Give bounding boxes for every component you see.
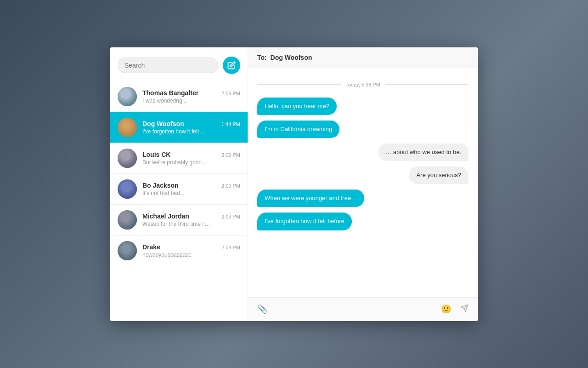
search-input[interactable] xyxy=(124,62,211,69)
bubble-4: Are you serious? xyxy=(409,167,469,184)
chat-messages: Today, 5:38 PM Hello, can you hear me? I… xyxy=(248,68,478,297)
contact-preview: It's not that bad... xyxy=(142,190,240,196)
contact-name: Bo Jackson xyxy=(142,182,179,189)
chat-header-prefix: To: xyxy=(257,54,267,61)
contact-name-row: Louis CK 2:09 PM xyxy=(142,151,240,158)
message-row-2: I'm in California dreaming xyxy=(257,121,469,138)
message-row-1: Hello, can you hear me? xyxy=(257,98,469,115)
emoji-icon: 🙂 xyxy=(441,305,451,314)
contact-name-row: Dog Woofson 1:44 PM xyxy=(142,120,240,127)
contact-name-row: Drake 2:09 PM xyxy=(142,243,240,251)
contact-item-louis-ck[interactable]: Louis CK 2:09 PM But we're probably gonn… xyxy=(110,143,248,174)
contact-item-thomas-bangalter[interactable]: Thomas Bangalter 2:09 PM I was wondering… xyxy=(110,81,248,112)
chat-input-area: 📎 🙂 xyxy=(248,297,478,321)
date-divider: Today, 5:38 PM xyxy=(257,82,469,87)
sidebar-header xyxy=(110,47,248,81)
chat-header: To: Dog Woofson xyxy=(248,47,478,68)
search-box xyxy=(118,58,218,73)
contact-preview: Wasup for the third time li… xyxy=(142,221,240,227)
avatar-bo-jackson xyxy=(118,179,137,199)
contact-name: Dog Woofson xyxy=(142,120,184,127)
bubble-1: Hello, can you hear me? xyxy=(257,98,337,115)
compose-icon xyxy=(227,61,236,69)
contact-item-michael-jordan[interactable]: Michael Jordan 2:09 PM Wasup for the thi… xyxy=(110,205,248,236)
contact-info-dog-woofson: Dog Woofson 1:44 PM I've forgotten how i… xyxy=(142,120,240,135)
contact-time: 2:09 PM xyxy=(221,183,240,189)
avatar-dog-woofson xyxy=(118,118,137,137)
message-row-5: When we were younger and free… xyxy=(257,190,469,207)
contact-name-row: Michael Jordan 2:09 PM xyxy=(142,213,240,220)
contact-name: Louis CK xyxy=(142,151,170,158)
contact-time: 2:09 PM xyxy=(221,214,240,219)
contact-item-drake[interactable]: Drake 2:09 PM howdoyoudoaspace xyxy=(110,236,248,266)
bubble-3: … about who we used to be. xyxy=(378,144,469,161)
message-row-6: I've forgotten how it felt before xyxy=(257,213,469,230)
bubble-5: When we were younger and free… xyxy=(257,190,364,207)
contact-name-row: Thomas Bangalter 2:09 PM xyxy=(142,89,240,97)
date-label: Today, 5:38 PM xyxy=(345,82,380,87)
contact-item-dog-woofson[interactable]: Dog Woofson 1:44 PM I've forgotten how i… xyxy=(110,112,248,143)
contact-info-bo-jackson: Bo Jackson 2:09 PM It's not that bad... xyxy=(142,182,240,196)
message-input[interactable] xyxy=(275,306,434,313)
bubble-2: I'm in California dreaming xyxy=(257,121,339,138)
contact-time: 2:09 PM xyxy=(221,152,240,158)
message-row-3: … about who we used to be. xyxy=(257,144,469,161)
attach-icon: 📎 xyxy=(257,305,267,314)
contact-name-row: Bo Jackson 2:09 PM xyxy=(142,182,240,189)
contact-name: Drake xyxy=(142,243,160,251)
send-button[interactable] xyxy=(458,302,470,316)
contact-preview: howdoyoudoaspace xyxy=(142,252,240,258)
contact-info-louis-ck: Louis CK 2:09 PM But we're probably gonn… xyxy=(142,151,240,166)
contact-time: 2:09 PM xyxy=(221,91,240,96)
contact-preview: But we're probably gonn… xyxy=(142,159,240,166)
contact-item-bo-jackson[interactable]: Bo Jackson 2:09 PM It's not that bad... xyxy=(110,174,248,205)
contact-time: 1:44 PM xyxy=(221,121,240,127)
contact-name: Michael Jordan xyxy=(142,213,189,220)
message-row-4: Are you serious? xyxy=(257,167,469,184)
new-chat-button[interactable] xyxy=(223,57,240,74)
contact-preview: I've forgotten how it felt … xyxy=(142,128,240,135)
avatar-michael-jordan xyxy=(118,210,137,230)
sidebar: Thomas Bangalter 2:09 PM I was wondering… xyxy=(110,47,248,321)
divider-line-right xyxy=(385,84,469,85)
contact-info-drake: Drake 2:09 PM howdoyoudoaspace xyxy=(142,243,240,258)
avatar-louis-ck xyxy=(118,149,137,168)
contact-list: Thomas Bangalter 2:09 PM I was wondering… xyxy=(110,81,248,321)
contact-name: Thomas Bangalter xyxy=(142,89,198,97)
contact-time: 2:09 PM xyxy=(221,245,240,250)
emoji-button[interactable]: 🙂 xyxy=(439,302,453,316)
contact-info-michael-jordan: Michael Jordan 2:09 PM Wasup for the thi… xyxy=(142,213,240,227)
avatar-thomas-bangalter xyxy=(118,87,137,106)
chat-header-name: Dog Woofson xyxy=(271,54,312,61)
avatar-drake xyxy=(118,241,137,260)
bubble-6: I've forgotten how it felt before xyxy=(257,213,352,230)
divider-line-left xyxy=(257,84,341,85)
send-icon xyxy=(460,304,469,312)
contact-info-thomas-bangalter: Thomas Bangalter 2:09 PM I was wondering… xyxy=(142,89,240,104)
chat-panel: To: Dog Woofson Today, 5:38 PM Hello, ca… xyxy=(248,47,478,321)
contact-preview: I was wondering... xyxy=(142,98,240,104)
app-container: Thomas Bangalter 2:09 PM I was wondering… xyxy=(110,47,478,321)
attach-button[interactable]: 📎 xyxy=(255,302,269,316)
